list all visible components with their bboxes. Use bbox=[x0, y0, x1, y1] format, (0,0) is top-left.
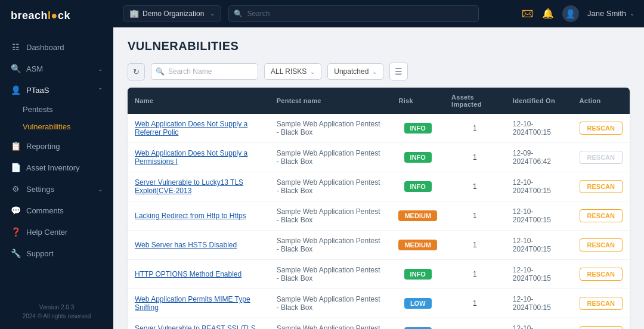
table-row: Web Server has HSTS Disabled Sample Web … bbox=[128, 231, 630, 260]
search-name-input[interactable] bbox=[151, 63, 258, 80]
filter-options-button[interactable]: ☰ bbox=[389, 63, 408, 80]
table-row: Server Vulnerable to BEAST SSL/TLS Explo… bbox=[128, 318, 630, 330]
risk-cell: INFO bbox=[391, 143, 444, 172]
sidebar-item-pentests[interactable]: Pentests bbox=[23, 101, 113, 118]
vuln-name-cell: Lacking Redirect from Http to Https bbox=[128, 201, 270, 231]
support-icon: 🔧 bbox=[11, 249, 20, 258]
col-header-action: Action bbox=[572, 88, 630, 114]
rescan-button[interactable]: RESCAN bbox=[580, 122, 623, 135]
page-title: VULNERABILITIES bbox=[128, 39, 630, 53]
search-icon: 🔍 bbox=[234, 10, 243, 18]
rescan-button[interactable]: RESCAN bbox=[580, 180, 623, 193]
main-content: 🏢 Demo Organization ⌄ 🔍 🖂 🔔 👤 Jane Smith… bbox=[113, 0, 644, 329]
vuln-name-link[interactable]: HTTP OPTIONS Method Enabled bbox=[135, 270, 242, 278]
assets-cell: 1 bbox=[444, 201, 506, 231]
table-row: Web Application Does Not Supply a Permis… bbox=[128, 143, 630, 172]
org-name: Demo Organization bbox=[143, 10, 204, 18]
sidebar-item-asset-inventory[interactable]: 📄 Asset Inventory bbox=[0, 157, 113, 178]
rescan-button[interactable]: RESCAN bbox=[580, 238, 623, 252]
table-header-row: Name Pentest name Risk Assets Impacted I… bbox=[128, 88, 630, 114]
vuln-name-link[interactable]: Web Server has HSTS Disabled bbox=[135, 241, 237, 249]
dashboard-icon: ☷ bbox=[11, 42, 20, 52]
avatar: 👤 bbox=[562, 5, 579, 22]
sidebar: breachl●ck ☷ Dashboard 🔍 ASM ⌄ 👤 PTaaS ⌃… bbox=[0, 0, 113, 329]
action-cell: RESCAN bbox=[572, 231, 630, 260]
global-search: 🔍 bbox=[228, 5, 479, 22]
identified-cell: 12-10-2024T00:15 bbox=[506, 172, 572, 201]
risk-badge: INFO bbox=[404, 269, 432, 280]
rescan-button[interactable]: RESCAN bbox=[580, 297, 623, 310]
action-cell: RESCAN bbox=[572, 201, 630, 231]
vuln-name-cell: HTTP OPTIONS Method Enabled bbox=[128, 260, 270, 289]
vuln-name-link[interactable]: Server Vulnerable to Lucky13 TLS Exploit… bbox=[135, 178, 243, 195]
sidebar-item-vulnerabilities[interactable]: Vulnerabilities bbox=[23, 118, 113, 135]
sidebar-item-ptaas[interactable]: 👤 PTaaS ⌃ bbox=[0, 79, 113, 101]
vuln-name-link[interactable]: Web Application Does Not Supply a Referr… bbox=[135, 120, 247, 136]
rescan-button[interactable]: RESCAN bbox=[580, 326, 623, 329]
risk-badge: MEDIUM bbox=[398, 210, 437, 221]
user-menu[interactable]: Jane Smith ⌄ bbox=[587, 9, 634, 18]
pentest-name-cell: Sample Web Application Pentest - Black B… bbox=[270, 260, 392, 289]
logo: breachl●ck bbox=[0, 0, 113, 32]
chevron-down-icon: ⌄ bbox=[310, 69, 315, 75]
rescan-button[interactable]: RESCAN bbox=[580, 209, 623, 222]
bell-icon[interactable]: 🔔 bbox=[542, 8, 554, 19]
status-filter-dropdown[interactable]: Unpatched ⌄ bbox=[327, 63, 383, 80]
rescan-button[interactable]: RESCAN bbox=[580, 268, 623, 281]
pentest-name-cell: Sample Web Application Pentest - Black B… bbox=[270, 172, 392, 201]
logo-text: breachl●ck bbox=[11, 10, 70, 22]
vuln-name-cell: Web Application Permits MIME Type Sniffi… bbox=[128, 289, 270, 318]
sidebar-item-label: Help Center bbox=[26, 228, 103, 237]
identified-cell: 12-10-2024T00:15 bbox=[506, 318, 572, 330]
action-cell: RESCAN bbox=[572, 114, 630, 143]
identified-cell: 12-10-2024T00:15 bbox=[506, 231, 572, 260]
table-row: Web Application Does Not Supply a Referr… bbox=[128, 114, 630, 143]
sidebar-item-comments[interactable]: 💬 Comments bbox=[0, 200, 113, 221]
table-row: Server Vulnerable to Lucky13 TLS Exploit… bbox=[128, 172, 630, 201]
assets-cell: 1 bbox=[444, 143, 506, 172]
sidebar-item-help-center[interactable]: ❓ Help Center bbox=[0, 221, 113, 243]
risk-cell: INFO bbox=[391, 114, 444, 143]
sidebar-item-label: Comments bbox=[26, 206, 103, 215]
vuln-name-link[interactable]: Lacking Redirect from Http to Https bbox=[135, 212, 246, 220]
sidebar-item-label: Settings bbox=[26, 185, 92, 194]
identified-cell: 12-10-2024T00:15 bbox=[506, 289, 572, 318]
assets-cell: 1 bbox=[444, 231, 506, 260]
global-search-input[interactable] bbox=[228, 5, 479, 22]
assets-cell: 1 bbox=[444, 289, 506, 318]
chevron-up-icon: ⌃ bbox=[98, 87, 103, 94]
org-selector[interactable]: 🏢 Demo Organization ⌄ bbox=[123, 5, 221, 21]
vuln-name-link[interactable]: Web Application Permits MIME Type Sniffi… bbox=[135, 295, 250, 312]
asset-icon: 📄 bbox=[11, 163, 20, 172]
vulnerabilities-table: Name Pentest name Risk Assets Impacted I… bbox=[128, 88, 630, 329]
identified-cell: 12-09-2024T06:42 bbox=[506, 143, 572, 172]
pentest-name-cell: Sample Web Application Pentest - Black B… bbox=[270, 289, 392, 318]
risk-badge: LOW bbox=[404, 298, 432, 309]
refresh-button[interactable]: ↻ bbox=[128, 63, 145, 80]
vuln-name-cell: Server Vulnerable to BEAST SSL/TLS Explo… bbox=[128, 318, 270, 330]
sidebar-item-dashboard[interactable]: ☷ Dashboard bbox=[0, 36, 113, 58]
risk-filter-dropdown[interactable]: ALL RISKS ⌄ bbox=[264, 63, 321, 80]
table-row: HTTP OPTIONS Method Enabled Sample Web A… bbox=[128, 260, 630, 289]
pentest-name-cell: Sample Web Application Pentest - Black B… bbox=[270, 114, 392, 143]
sidebar-footer: Version 2.0.3 2024 © All rights reserved bbox=[0, 294, 113, 329]
building-icon: 🏢 bbox=[129, 9, 139, 18]
vuln-name-link[interactable]: Server Vulnerable to BEAST SSL/TLS Explo… bbox=[135, 324, 256, 329]
sidebar-item-reporting[interactable]: 📋 Reporting bbox=[0, 135, 113, 157]
settings-icon: ⚙ bbox=[11, 184, 20, 194]
ptaas-icon: 👤 bbox=[11, 85, 20, 95]
rescan-button[interactable]: RESCAN bbox=[580, 151, 623, 164]
version-text: Version 2.0.3 bbox=[11, 303, 103, 312]
risk-badge: INFO bbox=[404, 152, 432, 163]
sidebar-item-settings[interactable]: ⚙ Settings ⌄ bbox=[0, 178, 113, 200]
sidebar-item-support[interactable]: 🔧 Support bbox=[0, 243, 113, 264]
help-icon: ❓ bbox=[11, 227, 20, 237]
risk-cell: INFO bbox=[391, 172, 444, 201]
sidebar-item-asm[interactable]: 🔍 ASM ⌄ bbox=[0, 58, 113, 79]
assets-cell: 1 bbox=[444, 318, 506, 330]
sidebar-item-label: PTaaS bbox=[26, 86, 92, 95]
sidebar-item-label: Asset Inventory bbox=[26, 163, 103, 172]
fingerprint-icon: 🖂 bbox=[522, 7, 534, 20]
col-header-pentest: Pentest name bbox=[270, 88, 392, 114]
vuln-name-link[interactable]: Web Application Does Not Supply a Permis… bbox=[135, 149, 247, 166]
